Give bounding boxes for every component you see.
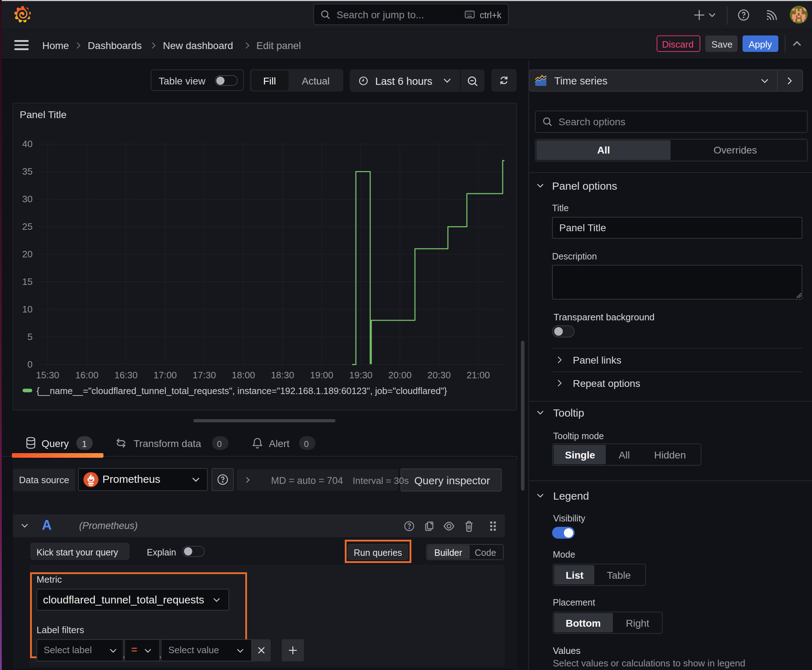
svg-text:0: 0	[27, 359, 32, 370]
svg-text:15: 15	[22, 276, 32, 287]
svg-text:19:00: 19:00	[310, 370, 333, 381]
svg-text:30: 30	[22, 194, 32, 205]
svg-text:16:30: 16:30	[114, 370, 137, 381]
svg-text:20: 20	[22, 249, 32, 259]
svg-text:{__name__="cloudflared_tunnel_: {__name__="cloudflared_tunnel_total_requ…	[37, 386, 447, 396]
svg-text:5: 5	[27, 332, 32, 342]
svg-text:35: 35	[22, 166, 32, 177]
svg-text:18:00: 18:00	[232, 370, 255, 381]
svg-text:19:30: 19:30	[349, 370, 372, 381]
svg-text:20:00: 20:00	[388, 370, 412, 381]
svg-text:18:30: 18:30	[271, 370, 294, 381]
svg-text:10: 10	[22, 304, 32, 315]
svg-text:17:00: 17:00	[154, 370, 177, 381]
svg-text:16:00: 16:00	[75, 370, 98, 381]
svg-text:15:30: 15:30	[36, 370, 59, 381]
svg-text:25: 25	[22, 221, 32, 232]
svg-text:40: 40	[22, 139, 32, 149]
svg-text:17:30: 17:30	[193, 370, 216, 381]
svg-text:21:00: 21:00	[466, 370, 490, 381]
svg-text:20:30: 20:30	[427, 370, 451, 381]
